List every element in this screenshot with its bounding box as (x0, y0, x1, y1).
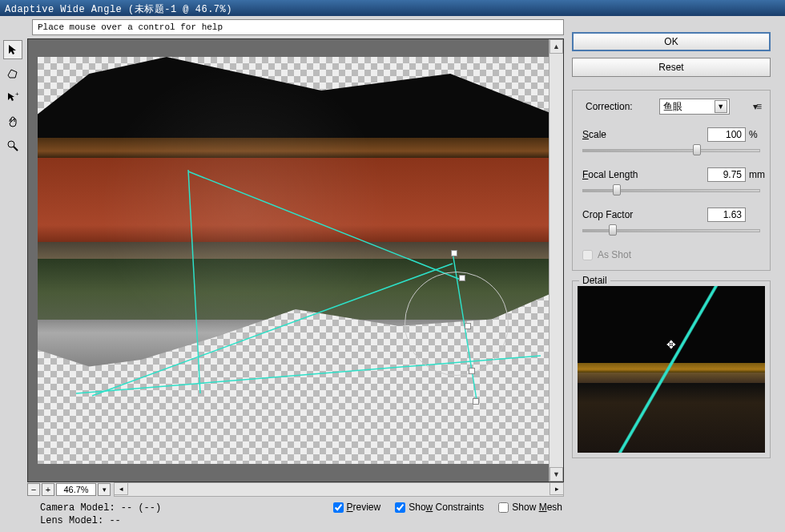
bottom-scroll-row: − + 46.7% ▾ ◂ ▸ (27, 482, 564, 497)
pointer-icon (6, 43, 19, 56)
zoom-controls: − + 46.7% ▾ (27, 482, 111, 497)
magnifier-icon (6, 139, 19, 152)
flyout-menu-icon[interactable]: ▾≡ (753, 101, 760, 112)
correction-mode-select[interactable]: 鱼眼 ▼ (659, 99, 730, 115)
chevron-down-icon: ▼ (715, 100, 727, 113)
preview-check-input[interactable] (333, 502, 344, 513)
vertical-scrollbar[interactable]: ▲ ▼ (549, 39, 563, 482)
constraint-lines (28, 39, 563, 482)
constraint-handle[interactable] (459, 275, 465, 281)
correction-mode-value: 鱼眼 (663, 100, 682, 114)
camera-model-label: Camera Model: -- (--) (40, 502, 161, 514)
display-options: Preview Show Constraints Show Mesh (333, 502, 562, 513)
zoom-tool[interactable] (3, 136, 22, 155)
constraint-handle[interactable] (451, 250, 457, 256)
as-shot-input (582, 250, 593, 260)
lens-model-label: Lens Model: -- (40, 514, 161, 527)
svg-text:+: + (15, 91, 19, 98)
correction-legend: Correction: (582, 101, 636, 112)
scroll-up-icon[interactable]: ▲ (550, 39, 563, 54)
detail-group: Detail ✥ (572, 280, 771, 458)
show-mesh-input[interactable] (498, 502, 509, 513)
constraint-handle[interactable] (469, 368, 475, 374)
show-constraints-label: Show Constraints (409, 502, 484, 513)
as-shot-checkbox[interactable]: As Shot (582, 249, 760, 260)
svg-line-2 (14, 147, 18, 151)
focal-length-unit: mm (749, 169, 760, 180)
zoom-out-button[interactable]: − (27, 483, 40, 496)
zoom-in-button[interactable]: + (42, 483, 54, 496)
preview-checkbox[interactable]: Preview (333, 502, 381, 513)
scale-param: Scale 100 % (582, 127, 760, 155)
right-column: OK Reset Correction: 鱼眼 ▼ ▾≡ Scale 100 % (572, 19, 771, 529)
pointer-tool[interactable] (3, 40, 22, 59)
focal-length-field[interactable]: 9.75 (707, 167, 746, 182)
constraint-handle[interactable] (473, 398, 479, 405)
crop-factor-slider[interactable] (582, 225, 760, 235)
help-text-box: Place mouse over a control for help (32, 19, 564, 35)
detail-preview[interactable]: ✥ (578, 286, 765, 453)
constraint-handle[interactable] (465, 323, 471, 329)
crop-factor-field[interactable]: 1.63 (707, 208, 746, 222)
scale-slider[interactable] (582, 145, 760, 155)
tool-palette: + (3, 38, 27, 529)
detail-legend: Detail (579, 275, 610, 286)
footer-info: Camera Model: -- (--) Lens Model: -- Pre… (27, 497, 564, 529)
pointer-plus-icon: + (6, 91, 19, 104)
rotation-circle[interactable] (405, 272, 509, 376)
zoom-value[interactable]: 46.7% (56, 483, 96, 496)
ok-button[interactable]: OK (572, 32, 771, 51)
model-info: Camera Model: -- (--) Lens Model: -- (40, 502, 161, 527)
crop-factor-param: Crop Factor 1.63 (582, 208, 760, 235)
scroll-down-icon[interactable]: ▼ (550, 467, 563, 482)
svg-line-3 (92, 264, 453, 396)
svg-line-4 (188, 171, 461, 280)
hand-tool[interactable] (3, 112, 22, 131)
show-mesh-label: Show Mesh (512, 502, 562, 513)
left-column: Place mouse over a control for help + (3, 19, 564, 529)
scale-label: Scale (582, 129, 606, 140)
scroll-right-icon[interactable]: ▸ (550, 482, 564, 495)
show-constraints-input[interactable] (395, 502, 405, 513)
show-mesh-checkbox[interactable]: Show Mesh (498, 502, 562, 513)
top-row: Place mouse over a control for help (3, 19, 564, 35)
focal-length-slider[interactable] (582, 185, 760, 195)
as-shot-label: As Shot (598, 249, 631, 260)
polygon-icon (6, 67, 19, 80)
crosshair-icon: ✥ (666, 338, 676, 351)
show-constraints-checkbox[interactable]: Show Constraints (395, 502, 484, 513)
polygon-constraint-tool[interactable] (3, 64, 22, 83)
workspace: + (3, 38, 564, 529)
reset-button[interactable]: Reset (572, 58, 771, 77)
preview-label: Preview (347, 502, 381, 513)
focal-length-param: Focal Length 9.75 mm (582, 167, 760, 195)
dialog-content: Place mouse over a control for help + (0, 16, 785, 532)
crop-factor-label: Crop Factor (582, 209, 633, 220)
svg-point-1 (8, 141, 14, 147)
horizontal-scrollbar[interactable]: ◂ ▸ (114, 482, 564, 497)
canvas-area: ▲ ▼ − + 46.7% ▾ ◂ ▸ (27, 38, 564, 529)
title-bar: Adaptive Wide Angle (未标题-1 @ 46.7%) (0, 0, 785, 16)
focal-length-label: Focal Length (582, 169, 638, 180)
hand-icon (6, 115, 19, 128)
preview-canvas[interactable]: ▲ ▼ (27, 38, 564, 482)
scale-unit: % (749, 129, 760, 140)
move-tool[interactable]: + (3, 88, 22, 107)
correction-group: Correction: 鱼眼 ▼ ▾≡ Scale 100 % (572, 90, 771, 271)
scale-field[interactable]: 100 (707, 127, 746, 142)
zoom-dropdown-button[interactable]: ▾ (98, 483, 111, 496)
scroll-left-icon[interactable]: ◂ (114, 482, 128, 495)
